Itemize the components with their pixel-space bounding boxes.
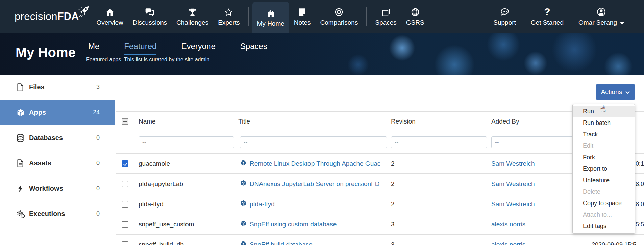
nav-label: Support bbox=[493, 19, 516, 26]
nav-label: Spaces bbox=[375, 19, 396, 26]
menu-item-delete: Delete bbox=[573, 186, 635, 197]
nav-item-support[interactable]: Support bbox=[489, 0, 521, 33]
sidebar-item-executions[interactable]: Executions 0 bbox=[0, 201, 115, 226]
nav-label: Get Started bbox=[531, 19, 564, 26]
table-header-row: Name Title Revision Added By bbox=[116, 111, 644, 131]
added-by-link[interactable]: alexis norris bbox=[491, 221, 525, 228]
menu-item-run-batch[interactable]: Run batch bbox=[573, 117, 635, 129]
app-cube-icon bbox=[240, 240, 247, 245]
app-title-link[interactable]: DNAnexus JupyterLab Server on precisionF… bbox=[250, 180, 379, 188]
sidebar-item-apps[interactable]: Apps 24 bbox=[0, 100, 115, 125]
row-checkbox[interactable] bbox=[122, 241, 128, 245]
actions-dropdown-menu: Run Run batch Track Edit Fork Export to … bbox=[572, 104, 635, 234]
sidebar-count: 0 bbox=[96, 210, 100, 217]
discussions-icon bbox=[145, 7, 155, 17]
home-icon bbox=[105, 7, 115, 17]
sidebar: Files 3 Apps 24 Databases 0 Assets 0 Wor… bbox=[0, 75, 115, 245]
menu-item-fork[interactable]: Fork bbox=[573, 152, 635, 163]
select-all-checkbox[interactable] bbox=[122, 118, 128, 125]
app-revision: 2 bbox=[391, 200, 491, 208]
castle-icon bbox=[266, 8, 275, 18]
title-filter-input[interactable] bbox=[240, 136, 387, 148]
nav-item-spaces[interactable]: Spaces bbox=[370, 0, 401, 33]
top-navigation: precisionFDA Overview Discussions bbox=[0, 0, 644, 33]
name-filter-input[interactable] bbox=[139, 136, 234, 148]
menu-item-edit-tags[interactable]: Edit tags bbox=[573, 220, 635, 232]
app-name: snpeff_use_custom bbox=[139, 221, 238, 228]
tab-featured[interactable]: Featured bbox=[124, 42, 156, 55]
nav-item-discussions[interactable]: Discussions bbox=[128, 0, 172, 33]
row-checkbox[interactable] bbox=[122, 160, 128, 167]
app-name: pfda-jupyterLab bbox=[139, 180, 238, 188]
menu-item-export-to[interactable]: Export to bbox=[573, 163, 635, 174]
sidebar-label: Executions bbox=[29, 210, 65, 218]
app-title-link[interactable]: Remote Linux Desktop Through Apache Guac bbox=[250, 160, 380, 167]
nav-item-get-started[interactable]: ? Get Started bbox=[526, 0, 568, 33]
tab-spaces[interactable]: Spaces bbox=[240, 42, 267, 55]
logo-text-fda: FDA bbox=[57, 10, 79, 22]
user-circle-icon bbox=[596, 7, 606, 17]
app-title-link[interactable]: SnpEff using custom database bbox=[250, 221, 337, 228]
app-revision: 2 bbox=[391, 180, 491, 188]
sidebar-item-files[interactable]: Files 3 bbox=[0, 75, 115, 100]
rocket-icon bbox=[77, 6, 90, 21]
added-by-link[interactable]: Sam Westreich bbox=[491, 180, 535, 187]
row-checkbox[interactable] bbox=[122, 181, 128, 187]
app-title-link[interactable]: SnpEff build database bbox=[250, 241, 313, 245]
table-filter-row bbox=[116, 131, 644, 154]
column-header-name[interactable]: Name bbox=[139, 118, 238, 125]
caret-down-icon bbox=[620, 19, 624, 26]
logo-text-precision: precision bbox=[15, 10, 57, 22]
menu-item-copy-to-space[interactable]: Copy to space bbox=[573, 197, 635, 209]
row-checkbox[interactable] bbox=[122, 221, 128, 228]
nav-label: Overview bbox=[96, 19, 123, 26]
bullseye-icon bbox=[334, 7, 344, 17]
nav-divider bbox=[366, 7, 367, 26]
nav-item-gsrs[interactable]: GSRS bbox=[401, 0, 429, 33]
added-by-link[interactable]: alexis norris bbox=[491, 241, 525, 245]
sidebar-item-workflows[interactable]: Workflows 0 bbox=[0, 176, 115, 201]
nav-item-comparisons[interactable]: Comparisons bbox=[315, 0, 363, 33]
app-revision: 3 bbox=[391, 241, 491, 245]
column-header-title[interactable]: Title bbox=[238, 118, 391, 125]
nav-label: Notes bbox=[294, 19, 311, 26]
page-header: My Home Me Featured Everyone Spaces Feat… bbox=[0, 33, 644, 75]
chevron-down-icon bbox=[625, 88, 630, 96]
nav-item-overview[interactable]: Overview bbox=[92, 0, 128, 33]
nav-item-my-home[interactable]: My Home bbox=[252, 2, 289, 33]
nav-item-experts[interactable]: Experts bbox=[213, 0, 244, 33]
nav-label: Experts bbox=[218, 19, 240, 26]
menu-item-unfeature[interactable]: Unfeature bbox=[573, 174, 635, 186]
nav-item-notes[interactable]: Notes bbox=[289, 0, 316, 33]
cube-icon bbox=[16, 108, 26, 117]
sidebar-item-assets[interactable]: Assets 0 bbox=[0, 151, 115, 176]
sidebar-label: Assets bbox=[29, 159, 51, 167]
database-icon bbox=[16, 134, 26, 142]
added-by-link[interactable]: Sam Westreich bbox=[491, 200, 535, 208]
tab-me[interactable]: Me bbox=[88, 42, 99, 55]
spaces-icon bbox=[381, 7, 391, 17]
page-subtitle: Featured apps. This list is curated by t… bbox=[86, 57, 209, 63]
tab-everyone[interactable]: Everyone bbox=[181, 42, 215, 55]
menu-item-attach-to: Attach to... bbox=[573, 209, 635, 220]
app-title-link[interactable]: pfda-ttyd bbox=[250, 200, 275, 208]
asset-file-icon bbox=[16, 159, 26, 168]
row-checkbox[interactable] bbox=[122, 201, 128, 208]
actions-button-label: Actions bbox=[601, 88, 622, 96]
trophy-icon bbox=[188, 7, 197, 17]
actions-button[interactable]: Actions bbox=[596, 84, 635, 100]
nav-item-challenges[interactable]: Challenges bbox=[172, 0, 213, 33]
added-by-link[interactable]: Sam Westreich bbox=[491, 160, 535, 167]
sidebar-item-databases[interactable]: Databases 0 bbox=[0, 125, 115, 151]
column-header-revision[interactable]: Revision bbox=[391, 118, 491, 125]
page-title: My Home bbox=[16, 45, 76, 60]
sidebar-label: Workflows bbox=[29, 185, 63, 192]
revision-filter-input[interactable] bbox=[391, 136, 487, 148]
user-menu[interactable]: Omar Serang bbox=[574, 0, 629, 33]
sidebar-count: 3 bbox=[96, 84, 100, 91]
scope-tabs: Me Featured Everyone Spaces bbox=[88, 42, 267, 55]
app-cube-icon bbox=[240, 180, 247, 188]
app-revision: 2 bbox=[391, 160, 491, 167]
menu-item-track[interactable]: Track bbox=[573, 129, 635, 140]
precisionfda-logo[interactable]: precisionFDA bbox=[15, 10, 79, 23]
